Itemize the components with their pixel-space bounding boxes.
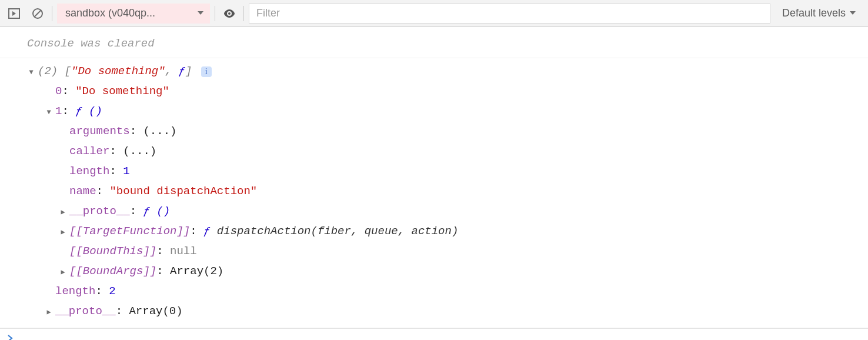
property-row[interactable]: ▶ caller: (...): [0, 142, 868, 162]
console-prompt[interactable]: [0, 328, 868, 340]
array-item-row[interactable]: ▼ 1: ƒ (): [0, 102, 868, 122]
svg-marker-4: [198, 11, 203, 15]
expand-toggle-icon[interactable]: ▼: [27, 63, 35, 82]
property-row[interactable]: ▶ name: "bound dispatchAction": [0, 182, 868, 202]
property-row[interactable]: ▶ __proto__: Array(0): [0, 302, 868, 322]
toolbar-divider: [243, 6, 244, 21]
chevron-down-icon: [197, 7, 204, 19]
property-row[interactable]: ▶ length: 2: [0, 282, 868, 302]
log-entry: ▼ (2) ["Do something", ƒ] i ▶ 0: "Do som…: [0, 58, 868, 328]
property-row[interactable]: ▶ arguments: (...): [0, 122, 868, 142]
live-expression-icon[interactable]: [220, 4, 239, 23]
toolbar-divider: [215, 6, 215, 21]
levels-label: Default levels: [782, 7, 846, 19]
svg-marker-1: [12, 11, 16, 16]
log-levels-selector[interactable]: Default levels: [775, 4, 863, 24]
context-label: sandbox (v040qp...: [65, 7, 155, 19]
clear-console-icon[interactable]: [28, 4, 47, 23]
property-row[interactable]: ▶ __proto__: ƒ (): [0, 202, 868, 222]
expand-toggle-icon[interactable]: ▶: [59, 263, 67, 282]
info-icon[interactable]: i: [201, 66, 212, 77]
expand-toggle-icon[interactable]: ▼: [45, 103, 53, 122]
expand-toggle-icon[interactable]: ▶: [45, 303, 53, 322]
svg-marker-6: [850, 11, 856, 15]
expand-toggle-icon[interactable]: ▶: [59, 203, 67, 222]
array-item-row[interactable]: ▶ 0: "Do something": [0, 82, 868, 102]
console-output: Console was cleared ▼ (2) ["Do something…: [0, 27, 868, 340]
console-cleared-message: Console was cleared: [0, 32, 868, 58]
array-root-row[interactable]: ▼ (2) ["Do something", ƒ] i: [0, 62, 868, 82]
property-row[interactable]: ▶ [[BoundThis]]: null: [0, 242, 868, 262]
toggle-sidebar-icon[interactable]: [5, 4, 24, 23]
svg-point-5: [228, 12, 231, 15]
console-toolbar: sandbox (v040qp... Default levels: [0, 0, 868, 27]
property-row[interactable]: ▶ length: 1: [0, 162, 868, 182]
property-row[interactable]: ▶ [[BoundArgs]]: Array(2): [0, 262, 868, 282]
svg-line-3: [35, 10, 41, 16]
property-row[interactable]: ▶ [[TargetFunction]]: ƒ dispatchAction(f…: [0, 222, 868, 242]
toolbar-divider: [52, 6, 52, 21]
chevron-down-icon: [849, 7, 856, 19]
expand-toggle-icon[interactable]: ▶: [59, 223, 67, 242]
context-selector[interactable]: sandbox (v040qp...: [57, 4, 210, 24]
prompt-chevron-icon: [7, 330, 13, 341]
filter-input[interactable]: [249, 4, 770, 24]
